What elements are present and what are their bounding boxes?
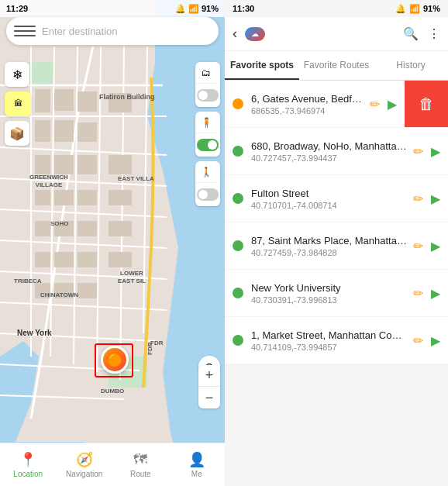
map-label-fdr: FDR	[150, 340, 163, 346]
tab-favorite-routes[interactable]: Favorite Routes	[299, 51, 374, 80]
fav-name-5: New York University	[251, 282, 407, 294]
fav-actions-4: ✏ ▶	[413, 239, 440, 253]
back-button[interactable]: ‹	[233, 26, 237, 42]
nav-item-route[interactable]: 🗺 Route	[112, 443, 169, 486]
avatar-cloud: ☁	[245, 27, 265, 41]
fav-name-4: 87, Saint Marks Place, Manhattan Co...	[251, 235, 407, 246]
selection-box	[95, 343, 133, 377]
svg-rect-30	[35, 155, 50, 174]
fav-content-4: 87, Saint Marks Place, Manhattan Co... 4…	[251, 235, 407, 257]
fav-coords-6: 40.714109,-73.994857	[251, 343, 407, 352]
svg-rect-34	[35, 190, 50, 205]
fav-name-3: Fulton Street	[251, 188, 407, 199]
fav-item-1[interactable]: 6, Gates Avenue, Bedford-Stuyves... 6865…	[225, 81, 448, 127]
fav-dot-6	[233, 335, 243, 346]
zoom-in-button[interactable]: +	[198, 365, 220, 387]
fav-dot-2	[233, 146, 243, 157]
toggle-2[interactable]	[197, 139, 219, 151]
route-nav-icon: 🗺	[133, 452, 147, 468]
search-bar[interactable]: Enter destination	[6, 17, 219, 45]
fav-name-2: 680, Broadway, NoHo, Manhattan, Ne...	[251, 140, 407, 152]
edit-button-1[interactable]: ✏	[370, 97, 380, 112]
navigate-button-1[interactable]: ▶	[388, 97, 397, 112]
edit-button-6[interactable]: ✏	[413, 333, 423, 348]
navigation-nav-icon: 🧭	[76, 451, 93, 468]
nav-item-navigation[interactable]: 🧭 Navigation	[57, 443, 113, 486]
fav-content-6: 1, Market Street, Manhattan Commun... 40…	[251, 329, 407, 352]
fav-item-3[interactable]: Fulton Street 40.710701,-74.008714 ✏ ▶	[225, 175, 448, 222]
fav-actions-6: ✏ ▶	[413, 333, 440, 348]
svg-rect-32	[78, 155, 97, 174]
search-header-icon[interactable]: 🔍	[403, 26, 419, 41]
navigate-button-3[interactable]: ▶	[431, 191, 440, 206]
svg-rect-44	[78, 252, 97, 267]
fav-content-5: New York University 40.730391,-73.996813	[251, 282, 407, 305]
toggle-1[interactable]	[197, 89, 219, 102]
bottom-nav-left: 📍 Location 🧭 Navigation 🗺 Route 👤 Me	[0, 443, 225, 486]
nav-item-me[interactable]: 👤 Me	[169, 443, 226, 486]
snowflake-button[interactable]: ❄	[5, 62, 29, 87]
header-icons: 🔍 ⋮	[403, 26, 440, 41]
svg-rect-27	[54, 120, 74, 142]
map-label-tribeca: TRIBECA	[14, 277, 42, 284]
svg-rect-37	[109, 190, 132, 205]
fav-content-1: 6, Gates Avenue, Bedford-Stuyves... 6865…	[251, 93, 364, 115]
nav-label-me: Me	[191, 470, 202, 478]
right-header: ‹ ☁ 🔍 ⋮	[225, 17, 448, 51]
delete-button-1[interactable]: 🗑	[405, 81, 448, 127]
svg-rect-41	[109, 221, 132, 236]
navigate-button-5[interactable]: ▶	[431, 286, 440, 301]
edit-button-4[interactable]: ✏	[413, 239, 423, 253]
battery-right: 91%	[423, 4, 440, 13]
fav-item-5[interactable]: New York University 40.730391,-73.996813…	[225, 270, 448, 316]
fav-content-3: Fulton Street 40.710701,-74.008714	[251, 188, 407, 210]
fav-content-2: 680, Broadway, NoHo, Manhattan, Ne... 40…	[251, 140, 407, 163]
navigate-button-4[interactable]: ▶	[431, 239, 440, 253]
museum-button[interactable]: 🏛	[5, 91, 31, 116]
box-button[interactable]: 📦	[5, 121, 29, 146]
map-label-flatiron: Flatiron Building	[99, 93, 155, 101]
nav-label-route: Route	[130, 470, 151, 478]
nav-label-location: Location	[13, 470, 43, 478]
navigate-button-6[interactable]: ▶	[431, 333, 440, 348]
svg-rect-42	[35, 252, 50, 267]
nav-item-location[interactable]: 📍 Location	[0, 443, 57, 486]
svg-rect-45	[109, 252, 132, 267]
layers-icon[interactable]: 🗂	[195, 62, 217, 84]
control-group-2: 🧍	[195, 112, 220, 157]
right-side-controls: 🗂 🧍 🚶	[195, 62, 220, 206]
status-icons-left: 🔔 📶 91%	[175, 4, 219, 14]
cloud-sync-icon: ☁	[245, 27, 265, 41]
fav-item-4[interactable]: 87, Saint Marks Place, Manhattan Co... 4…	[225, 222, 448, 269]
more-options-icon[interactable]: ⋮	[428, 26, 440, 41]
svg-rect-26	[35, 120, 50, 142]
map-label-east-villa: EAST VILLA	[118, 175, 154, 182]
nav-label-navigation: Navigation	[66, 470, 102, 478]
figure-icon[interactable]: 🧍	[195, 112, 217, 133]
fav-item-2[interactable]: 680, Broadway, NoHo, Manhattan, Ne... 40…	[225, 128, 448, 174]
toggle-3[interactable]	[197, 188, 219, 201]
hamburger-button[interactable]	[14, 20, 36, 42]
delete-icon-1: 🗑	[419, 95, 434, 113]
svg-rect-35	[54, 190, 74, 205]
edit-button-3[interactable]: ✏	[413, 191, 423, 206]
svg-rect-33	[109, 155, 132, 174]
fav-name-6: 1, Market Street, Manhattan Commun...	[251, 329, 407, 341]
map-label-greenwich: GREENWICHVILLAGE	[29, 174, 68, 190]
tab-favorite-spots[interactable]: Favorite spots	[225, 51, 299, 80]
walk-icon[interactable]: 🚶	[195, 161, 217, 183]
time-left: 11:29	[6, 4, 28, 13]
edit-button-2[interactable]: ✏	[413, 144, 423, 159]
map-label-dumbo: DUMBO	[101, 388, 124, 395]
zoom-out-button[interactable]: −	[198, 387, 220, 408]
status-icons-right: 🔔 📶 91%	[395, 4, 440, 14]
svg-rect-38	[35, 221, 50, 236]
edit-button-5[interactable]: ✏	[413, 286, 423, 301]
map-label-chinatown: CHINATOWN	[40, 291, 78, 298]
tab-history[interactable]: History	[374, 51, 448, 80]
svg-rect-43	[54, 252, 74, 267]
map-label-new-york: New York	[17, 329, 52, 337]
fav-dot-4	[233, 240, 243, 251]
fav-item-6[interactable]: 1, Market Street, Manhattan Commun... 40…	[225, 317, 448, 364]
navigate-button-2[interactable]: ▶	[431, 144, 440, 159]
